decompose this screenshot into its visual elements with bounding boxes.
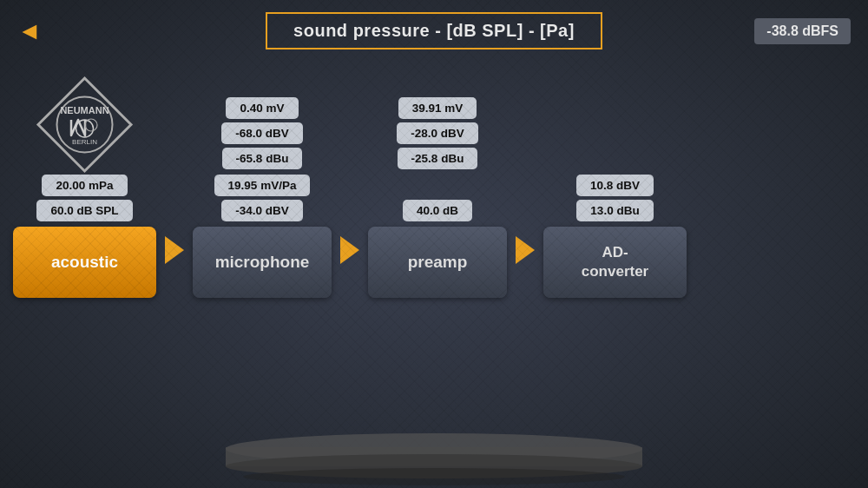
- svg-point-8: [226, 454, 642, 478]
- stand-decoration: [0, 432, 868, 488]
- preamp-stage[interactable]: preamp: [368, 227, 507, 298]
- back-button[interactable]: ◄: [17, 19, 42, 43]
- dbfs-value: -38.8 dBFS: [754, 18, 851, 44]
- adc-value1: 10.8 dBV: [576, 175, 654, 196]
- preamp-value-top3: -25.8 dBu: [398, 148, 478, 169]
- acoustic-stage[interactable]: acoustic: [13, 227, 156, 298]
- mic-value-top2: -68.0 dBV: [221, 122, 303, 144]
- svg-text:NEUMANN: NEUMANN: [60, 105, 108, 115]
- arrow1-icon: [165, 236, 184, 264]
- adc-value2: 13.0 dBu: [576, 200, 653, 221]
- page-title: sound pressure - [dB SPL] - [Pa]: [266, 12, 602, 49]
- svg-rect-7: [226, 447, 642, 466]
- mic-value-top3: -65.8 dBu: [222, 148, 303, 169]
- mic-value-top1: 0.40 mV: [226, 97, 298, 119]
- preamp-value-top2: -28.0 dBV: [397, 122, 478, 144]
- acoustic-value1: 20.00 mPa: [42, 175, 127, 196]
- microphone-stage[interactable]: microphone: [193, 227, 332, 298]
- mic-value-bot1: 19.95 mV/Pa: [214, 175, 311, 196]
- acoustic-value2: 60.0 dB SPL: [36, 200, 132, 221]
- svg-point-6: [226, 433, 642, 465]
- svg-point-9: [243, 468, 625, 485]
- preamp-value-bot1: 40.0 dB: [403, 200, 472, 221]
- neumann-logo: NEUMANN BERLIN: [35, 75, 135, 175]
- arrow3-icon: [516, 236, 535, 264]
- svg-point-4: [85, 119, 97, 131]
- svg-text:BERLIN: BERLIN: [72, 138, 97, 146]
- header: ◄ sound pressure - [dB SPL] - [Pa] -38.8…: [0, 0, 868, 62]
- adc-stage[interactable]: AD- converter: [543, 227, 687, 298]
- arrow2-icon: [340, 236, 359, 264]
- preamp-value-top1: 39.91 mV: [398, 97, 477, 119]
- logo-area: NEUMANN BERLIN: [13, 62, 156, 175]
- mic-value-bot2: -34.0 dBV: [221, 200, 303, 221]
